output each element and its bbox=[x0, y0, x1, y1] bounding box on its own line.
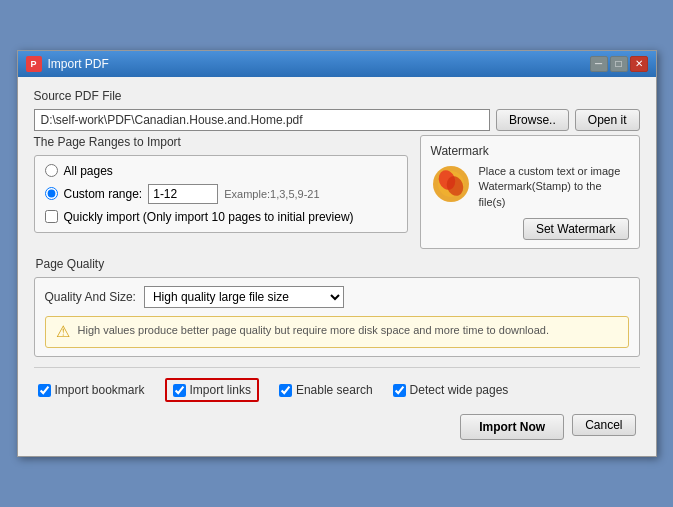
quality-inner: Quality And Size: High quality large fil… bbox=[34, 277, 640, 357]
cancel-button[interactable]: Cancel bbox=[572, 414, 635, 436]
import-bookmark-label: Import bookmark bbox=[55, 383, 145, 397]
two-panels: The Page Ranges to Import All pages Cust… bbox=[34, 135, 640, 249]
import-now-button[interactable]: Import Now bbox=[460, 414, 564, 440]
close-button[interactable]: ✕ bbox=[630, 56, 648, 72]
enable-search-item: Enable search bbox=[279, 383, 373, 397]
title-bar-left: P Import PDF bbox=[26, 56, 109, 72]
custom-range-row: Custom range: Example:1,3,5,9-21 bbox=[45, 184, 397, 204]
detect-wide-label: Detect wide pages bbox=[410, 383, 509, 397]
quick-import-checkbox[interactable] bbox=[45, 210, 58, 223]
warning-text: High values produce better page quality … bbox=[78, 323, 549, 338]
watermark-icon bbox=[431, 164, 471, 204]
open-button[interactable]: Open it bbox=[575, 109, 640, 131]
all-pages-radio[interactable] bbox=[45, 164, 58, 177]
page-ranges-label: The Page Ranges to Import bbox=[34, 135, 408, 149]
custom-range-label: Custom range: bbox=[64, 187, 143, 201]
title-bar: P Import PDF ─ □ ✕ bbox=[18, 51, 656, 77]
file-path-input[interactable] bbox=[34, 109, 491, 131]
quality-title: Page Quality bbox=[34, 257, 640, 271]
custom-range-input[interactable] bbox=[148, 184, 218, 204]
enable-search-checkbox[interactable] bbox=[279, 384, 292, 397]
watermark-content: Place a custom text or image Watermark(S… bbox=[431, 164, 629, 210]
watermark-panel: Watermark Place a custom text or image W… bbox=[420, 135, 640, 249]
import-pdf-window: P Import PDF ─ □ ✕ Source PDF File Brows… bbox=[17, 50, 657, 457]
watermark-description: Place a custom text or image Watermark(S… bbox=[479, 164, 629, 210]
source-label: Source PDF File bbox=[34, 89, 640, 103]
example-text: Example:1,3,5,9-21 bbox=[224, 188, 319, 200]
quality-select[interactable]: High quality large file size Medium qual… bbox=[144, 286, 344, 308]
title-bar-controls: ─ □ ✕ bbox=[590, 56, 648, 72]
quick-import-label: Quickly import (Only import 10 pages to … bbox=[64, 210, 354, 224]
window-title: Import PDF bbox=[48, 57, 109, 71]
import-links-label: Import links bbox=[190, 383, 251, 397]
import-bookmark-checkbox[interactable] bbox=[38, 384, 51, 397]
all-pages-label: All pages bbox=[64, 164, 113, 178]
all-pages-row: All pages bbox=[45, 164, 397, 178]
source-file-row: Browse.. Open it bbox=[34, 109, 640, 131]
detect-wide-checkbox[interactable] bbox=[393, 384, 406, 397]
detect-wide-item: Detect wide pages bbox=[393, 383, 509, 397]
quality-label: Quality And Size: bbox=[45, 290, 136, 304]
quality-row: Quality And Size: High quality large fil… bbox=[45, 286, 629, 308]
browse-button[interactable]: Browse.. bbox=[496, 109, 569, 131]
enable-search-label: Enable search bbox=[296, 383, 373, 397]
import-bookmark-item: Import bookmark bbox=[38, 383, 145, 397]
import-links-item: Import links bbox=[165, 378, 259, 402]
bottom-checkboxes: Import bookmark Import links Enable sear… bbox=[34, 367, 640, 406]
warning-box: ⚠ High values produce better page qualit… bbox=[45, 316, 629, 348]
import-links-checkbox[interactable] bbox=[173, 384, 186, 397]
minimize-button[interactable]: ─ bbox=[590, 56, 608, 72]
watermark-label: Watermark bbox=[431, 144, 629, 158]
action-row: Import Now Cancel bbox=[34, 406, 640, 444]
ranges-box: All pages Custom range: Example:1,3,5,9-… bbox=[34, 155, 408, 233]
warning-icon: ⚠ bbox=[56, 322, 70, 341]
custom-range-radio[interactable] bbox=[45, 187, 58, 200]
pdf-icon: P bbox=[26, 56, 42, 72]
dialog-content: Source PDF File Browse.. Open it The Pag… bbox=[18, 77, 656, 456]
quick-import-row: Quickly import (Only import 10 pages to … bbox=[45, 210, 397, 224]
watermark-btn-row: Set Watermark bbox=[431, 218, 629, 240]
set-watermark-button[interactable]: Set Watermark bbox=[523, 218, 629, 240]
quality-section: Page Quality Quality And Size: High qual… bbox=[34, 257, 640, 357]
left-panel: The Page Ranges to Import All pages Cust… bbox=[34, 135, 408, 249]
maximize-button[interactable]: □ bbox=[610, 56, 628, 72]
